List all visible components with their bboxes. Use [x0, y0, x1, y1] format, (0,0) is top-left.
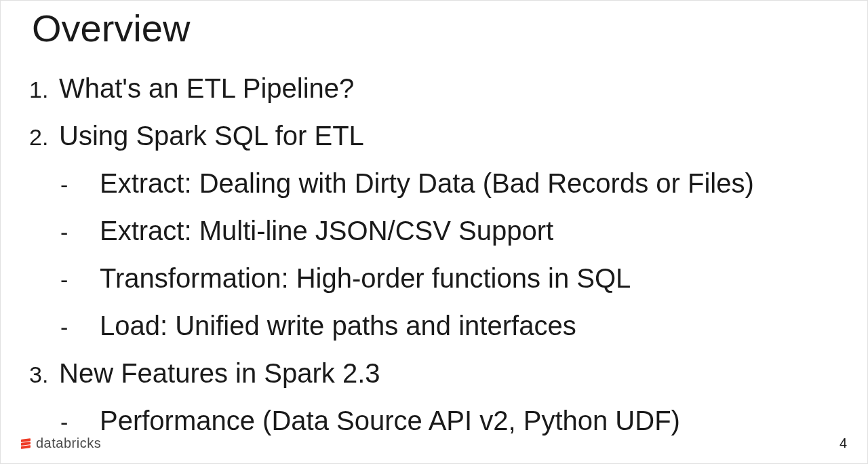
bullet-dash: -: [59, 409, 100, 436]
item-text: Using Spark SQL for ETL: [59, 118, 364, 153]
sub-list-item: - Extract: Multi-line JSON/CSV Support: [25, 213, 867, 248]
slide-footer: databricks 4: [21, 436, 847, 451]
slide-title: Overview: [1, 1, 867, 50]
sub-list-item: - Extract: Dealing with Dirty Data (Bad …: [25, 166, 867, 201]
sub-item-text: Extract: Dealing with Dirty Data (Bad Re…: [100, 166, 754, 201]
list-item: 1. What's an ETL Pipeline?: [25, 71, 867, 106]
item-text: What's an ETL Pipeline?: [59, 71, 354, 106]
sub-item-text: Transformation: High-order functions in …: [100, 260, 631, 296]
sub-list-item: - Performance (Data Source API v2, Pytho…: [25, 403, 867, 438]
brand-name: databricks: [36, 436, 101, 451]
item-number: 1.: [25, 77, 59, 103]
sub-item-text: Performance (Data Source API v2, Python …: [100, 403, 680, 438]
bullet-dash: -: [59, 314, 100, 341]
bullet-dash: -: [59, 172, 100, 198]
sub-item-text: Extract: Multi-line JSON/CSV Support: [100, 213, 553, 248]
item-number: 2.: [25, 124, 59, 151]
item-number: 3.: [25, 362, 59, 388]
databricks-logo: databricks: [21, 436, 101, 451]
bullet-dash: -: [59, 219, 100, 246]
list-item: 3. New Features in Spark 2.3: [25, 355, 867, 391]
sub-list-item: - Transformation: High-order functions i…: [25, 260, 867, 296]
page-number: 4: [840, 436, 847, 451]
item-text: New Features in Spark 2.3: [59, 355, 380, 391]
sub-item-text: Load: Unified write paths and interfaces: [100, 308, 576, 343]
list-item: 2. Using Spark SQL for ETL: [25, 118, 867, 153]
databricks-icon: [21, 438, 33, 450]
sub-list-item: - Load: Unified write paths and interfac…: [25, 308, 867, 343]
slide-content: 1. What's an ETL Pipeline? 2. Using Spar…: [1, 50, 867, 438]
bullet-dash: -: [59, 267, 100, 293]
